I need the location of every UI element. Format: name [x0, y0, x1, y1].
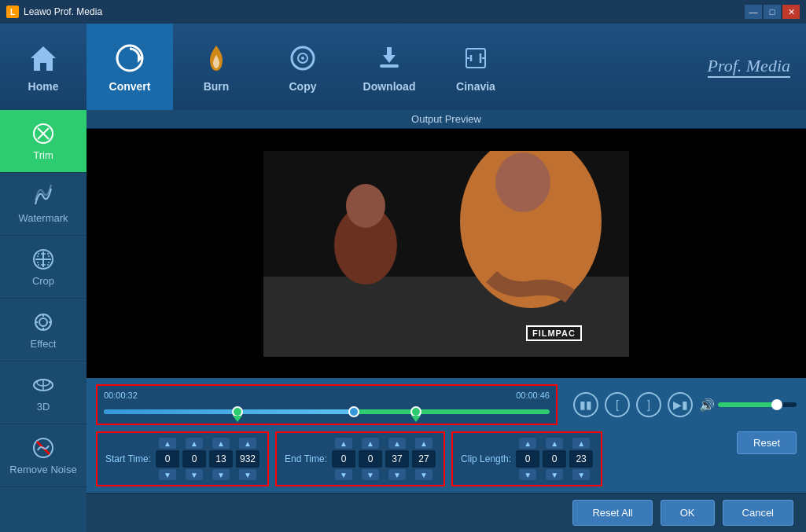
nav-burn[interactable]: Burn [173, 24, 259, 110]
video-area: FILMPAC FILMPAC [86, 129, 806, 378]
start-ms-down[interactable]: ▼ [239, 469, 256, 480]
clip-seconds-value[interactable] [569, 450, 593, 468]
end-ms-value[interactable] [412, 450, 436, 468]
clip-hours-up[interactable]: ▲ [519, 438, 536, 449]
sidebar-item-effect[interactable]: Effect [0, 299, 86, 361]
brand-area: Prof. Media [708, 24, 807, 110]
end-minutes-up[interactable]: ▲ [362, 438, 379, 449]
next-frame-button[interactable]: ▶▮ [668, 392, 693, 417]
start-minutes-up[interactable]: ▲ [186, 438, 203, 449]
volume-slider: 🔊 [699, 398, 797, 413]
nav-copy[interactable]: Copy [259, 24, 346, 110]
close-button[interactable]: ✕ [782, 5, 800, 19]
start-hours-down[interactable]: ▼ [159, 469, 176, 480]
trim-icon [31, 121, 56, 146]
video-frame: FILMPAC FILMPAC [263, 151, 629, 357]
nav-download[interactable]: Download [346, 24, 432, 110]
clip-hours-value[interactable] [516, 450, 539, 468]
volume-handle [771, 399, 782, 410]
start-ms-up[interactable]: ▲ [239, 438, 256, 449]
reset-button[interactable]: Reset [737, 431, 797, 454]
track-handle-main[interactable] [348, 406, 359, 417]
download-icon [372, 41, 407, 75]
nav-cinavia[interactable]: Cinavia [432, 24, 519, 110]
convert-icon [112, 41, 147, 75]
nav-convert[interactable]: Convert [86, 24, 173, 110]
end-hours-value[interactable] [332, 450, 355, 468]
clip-minutes-down[interactable]: ▼ [546, 469, 563, 480]
start-hours-value[interactable] [156, 450, 179, 468]
clip-minutes-value[interactable] [543, 450, 566, 468]
output-preview-bar: Output Preview [86, 110, 806, 129]
nav-convert-label: Convert [109, 80, 151, 93]
end-minutes-down[interactable]: ▼ [362, 469, 379, 480]
sidebar-item-remove-noise[interactable]: Remove Noise [0, 424, 86, 487]
clip-seconds-up[interactable]: ▲ [572, 438, 590, 449]
home-icon [26, 41, 61, 75]
start-minutes-spinner: ▲ ▼ [182, 438, 206, 480]
pause-button[interactable]: ▮▮ [573, 392, 598, 417]
start-time-group: Start Time: ▲ ▼ ▲ ▼ [96, 431, 269, 486]
sidebar-item-crop[interactable]: Crop [0, 236, 86, 299]
content-area: Output Preview [86, 110, 806, 532]
nav-bar: Home Convert Burn [0, 24, 806, 110]
start-minutes-value[interactable] [182, 450, 206, 468]
end-hours-spinner: ▲ ▼ [332, 438, 355, 480]
start-hours-up[interactable]: ▲ [159, 438, 176, 449]
sidebar-item-trim[interactable]: Trim [0, 110, 86, 173]
mark-out-button[interactable]: ] [636, 392, 661, 417]
reset-all-button[interactable]: Reset All [572, 500, 652, 526]
end-hours-down[interactable]: ▼ [335, 469, 352, 480]
start-hours-spinner: ▲ ▼ [156, 438, 179, 480]
sidebar-item-3d[interactable]: 3D [0, 361, 86, 424]
window-controls: — □ ✕ [745, 5, 800, 19]
end-hours-up[interactable]: ▲ [335, 438, 352, 449]
crop-icon [31, 247, 56, 272]
end-ms-down[interactable]: ▼ [415, 469, 432, 480]
start-seconds-down[interactable]: ▼ [212, 469, 230, 480]
nav-burn-label: Burn [204, 80, 230, 93]
end-seconds-up[interactable]: ▲ [388, 438, 406, 449]
clip-hours-spinner: ▲ ▼ [516, 438, 539, 480]
end-time-group: End Time: ▲ ▼ ▲ ▼ ▲ [275, 431, 445, 486]
cinavia-icon [458, 41, 493, 75]
nav-cinavia-label: Cinavia [456, 80, 495, 93]
title-bar: L Leawo Prof. Media — □ ✕ [0, 0, 806, 24]
brand-text: Prof. Media [708, 56, 791, 78]
end-seconds-value[interactable] [385, 450, 409, 468]
mark-in-button[interactable]: [ [605, 392, 630, 417]
svg-point-37 [495, 152, 550, 212]
app-logo: L [6, 6, 19, 18]
clip-length-group: Clip Length: ▲ ▼ ▲ ▼ ▲ [451, 431, 602, 486]
svg-point-5 [301, 57, 304, 60]
timeline-track[interactable] [104, 403, 550, 419]
clip-seconds-down[interactable]: ▼ [572, 469, 590, 480]
sidebar-trim-label: Trim [33, 149, 53, 161]
start-seconds-up[interactable]: ▲ [212, 438, 230, 449]
end-seconds-down[interactable]: ▼ [388, 469, 406, 480]
cancel-button[interactable]: Cancel [723, 500, 793, 526]
svg-point-35 [346, 184, 385, 228]
start-ms-value[interactable] [236, 450, 259, 468]
timeline-box: 00:00:32 00:00:46 [96, 384, 558, 425]
track-marker-left [233, 416, 242, 422]
end-ms-up[interactable]: ▲ [415, 438, 432, 449]
nav-copy-label: Copy [289, 80, 317, 93]
end-seconds-spinner: ▲ ▼ [385, 438, 409, 480]
maximize-button[interactable]: □ [764, 5, 781, 19]
main-content: Trim Watermark Crop [0, 110, 806, 532]
clip-minutes-up[interactable]: ▲ [546, 438, 563, 449]
copy-icon [285, 41, 320, 75]
ok-button[interactable]: OK [661, 500, 715, 526]
volume-track[interactable] [718, 402, 797, 407]
start-seconds-value[interactable] [209, 450, 233, 468]
burn-icon [199, 41, 234, 75]
clip-length-label: Clip Length: [461, 453, 511, 464]
clip-hours-down[interactable]: ▼ [519, 469, 536, 480]
end-minutes-value[interactable] [359, 450, 382, 468]
sidebar-item-watermark[interactable]: Watermark [0, 173, 86, 236]
minimize-button[interactable]: — [745, 5, 762, 19]
start-minutes-down[interactable]: ▼ [186, 469, 203, 480]
nav-home[interactable]: Home [0, 24, 86, 110]
app-title: Leawo Prof. Media [24, 6, 102, 17]
